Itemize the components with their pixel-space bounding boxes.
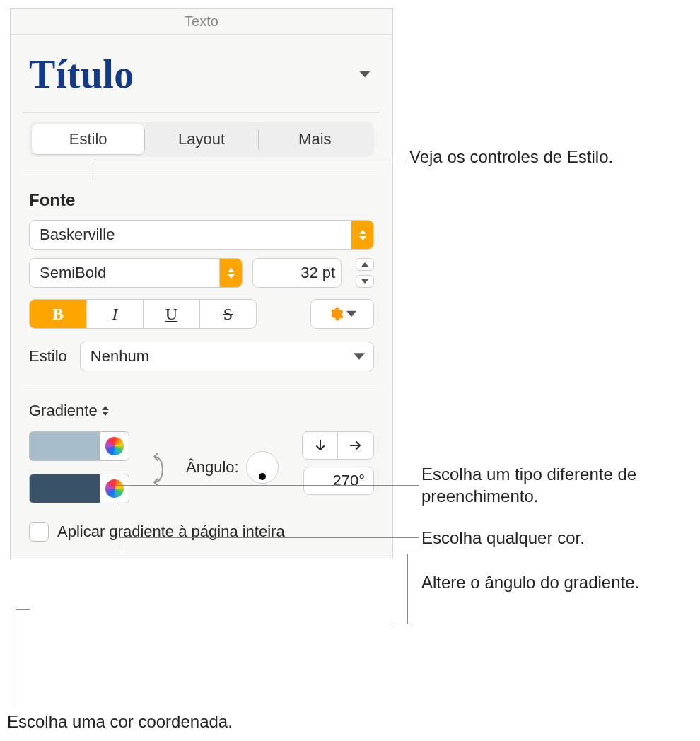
callout-fill-type: Escolha um tipo diferente de preenchimen… [421,463,690,507]
font-size-value: 32 [253,264,322,282]
callout-bracket [407,554,419,624]
angle-dial-indicator [259,473,266,480]
font-family-value: Baskerville [30,226,351,244]
gradient-direction-group [302,431,374,460]
tab-more[interactable]: Mais [259,124,371,154]
callout-line [115,485,419,486]
callout-line [16,609,30,610]
text-emphasis-group: B I U S [29,299,257,329]
paragraph-style-name: Título [29,52,349,97]
font-family-popup[interactable]: Baskerville [29,220,374,250]
callout-line [392,624,407,624]
callout-line [16,609,16,707]
angle-value: 270° [332,472,365,490]
color-wheel-icon [105,437,124,455]
font-section-label: Fonte [11,173,392,220]
arrow-right-icon [349,439,362,452]
gear-icon [328,306,344,322]
apply-gradient-page-checkbox[interactable] [29,522,49,542]
callout-gradient-angle: Altere o ângulo do gradiente. [421,571,697,593]
swap-colors-icon[interactable] [147,451,168,488]
arrow-down-icon [314,439,327,452]
bold-button[interactable]: B [30,300,86,328]
gradient-controls: Ângulo: 270° [11,431,392,516]
paragraph-style-row[interactable]: Título [11,35,392,112]
chevron-down-icon [346,310,356,317]
chevron-down-icon [354,351,365,362]
font-style-popup[interactable]: SemiBold [29,258,243,288]
panel-title: Texto [11,9,392,34]
tab-style[interactable]: Estilo [32,124,144,154]
fill-type-popup-label: Gradiente [29,402,98,420]
gradient-color2-swatch[interactable] [29,474,100,503]
apply-gradient-page-label: Aplicar gradiente à página inteira [57,523,285,541]
triangle-up-icon [102,406,109,410]
strikethrough-button[interactable]: S [199,300,256,328]
font-size-unit: pt [322,264,341,282]
triangle-down-icon [102,412,109,416]
font-style-value: SemiBold [30,264,219,282]
callout-style-controls: Veja os controles de Estilo. [409,146,692,168]
callout-any-color: Escolha qualquer cor. [421,527,690,549]
tab-layout[interactable]: Layout [145,124,257,154]
direction-vertical-button[interactable] [303,432,338,459]
callout-line [392,554,407,554]
tabs-row: Estilo Layout Mais [11,113,392,173]
callout-line [115,485,115,508]
font-size-stepper [356,258,374,288]
callout-line [93,163,93,180]
underline-button[interactable]: U [143,300,199,328]
popup-arrows-icon [351,221,373,249]
direction-horizontal-button[interactable] [338,432,373,459]
stepper-down-button[interactable] [356,275,374,288]
character-style-popup[interactable]: Nenhum [80,342,374,371]
character-style-label: Estilo [29,347,67,366]
callout-line [119,537,119,550]
gradient-color1-picker[interactable] [100,431,129,461]
angle-dial[interactable] [246,451,279,484]
callout-coordinated-color: Escolha uma cor coordenada. [7,711,325,733]
callout-line [93,163,407,163]
angle-field[interactable]: 270° [303,467,374,495]
stepper-up-button[interactable] [356,258,374,271]
italic-button[interactable]: I [86,300,143,328]
angle-label: Ângulo: [186,458,239,477]
callout-line [119,537,419,538]
gradient-color1-swatch[interactable] [29,431,100,461]
character-style-value: Nenhum [81,347,354,366]
fill-type-popup[interactable] [102,406,109,416]
popup-arrows-icon [219,259,242,287]
text-panel: Texto Título Estilo Layout Mais Fonte Ba… [10,8,393,559]
chevron-down-icon [356,65,374,83]
font-size-field[interactable]: 32 pt [252,258,342,288]
tabs: Estilo Layout Mais [29,122,374,157]
advanced-options-button[interactable] [310,299,374,329]
